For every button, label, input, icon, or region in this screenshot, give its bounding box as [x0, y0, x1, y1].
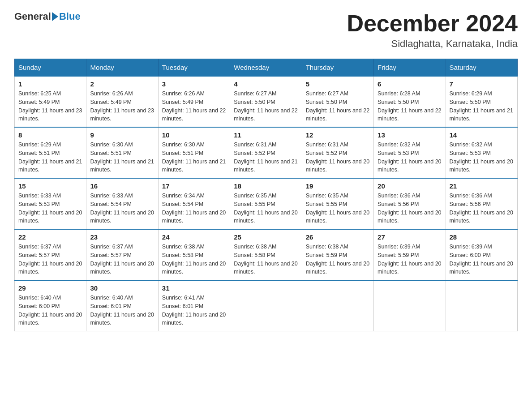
logo-arrow-icon [52, 12, 58, 21]
sunrise-label: Sunrise: 6:38 AM [234, 244, 276, 250]
day-number: 13 [378, 131, 442, 139]
day-info: Sunrise: 6:41 AM Sunset: 6:01 PM Dayligh… [162, 294, 226, 327]
day-number: 8 [18, 131, 82, 139]
sunset-label: Sunset: 5:53 PM [378, 150, 419, 156]
daylight-label: Daylight: 11 hours and 20 minutes. [18, 312, 82, 326]
sunrise-label: Sunrise: 6:26 AM [90, 90, 133, 97]
day-info: Sunrise: 6:29 AM Sunset: 5:50 PM Dayligh… [450, 90, 514, 123]
weekday-header-saturday: Saturday [446, 59, 517, 77]
sunrise-label: Sunrise: 6:27 AM [306, 90, 348, 97]
day-number: 3 [162, 80, 226, 88]
calendar-cell: 31 Sunrise: 6:41 AM Sunset: 6:01 PM Dayl… [158, 280, 230, 331]
day-number: 23 [90, 233, 154, 241]
sunrise-label: Sunrise: 6:36 AM [378, 193, 420, 199]
calendar-cell: 8 Sunrise: 6:29 AM Sunset: 5:51 PM Dayli… [15, 127, 86, 178]
day-info: Sunrise: 6:28 AM Sunset: 5:50 PM Dayligh… [378, 90, 442, 123]
sunset-label: Sunset: 5:55 PM [306, 201, 347, 207]
daylight-label: Daylight: 11 hours and 20 minutes. [234, 210, 297, 224]
day-info: Sunrise: 6:31 AM Sunset: 5:52 PM Dayligh… [234, 141, 298, 174]
calendar-cell [446, 280, 517, 331]
week-row-1: 1 Sunrise: 6:25 AM Sunset: 5:49 PM Dayli… [15, 76, 518, 127]
sunrise-label: Sunrise: 6:41 AM [162, 295, 205, 301]
sunset-label: Sunset: 5:51 PM [18, 150, 60, 156]
day-info: Sunrise: 6:39 AM Sunset: 5:59 PM Dayligh… [378, 243, 442, 276]
sunrise-label: Sunrise: 6:30 AM [162, 141, 205, 148]
sunrise-label: Sunrise: 6:32 AM [378, 141, 420, 148]
calendar-cell: 27 Sunrise: 6:39 AM Sunset: 5:59 PM Dayl… [374, 229, 446, 280]
sunrise-label: Sunrise: 6:32 AM [450, 141, 492, 148]
daylight-label: Daylight: 11 hours and 20 minutes. [18, 261, 82, 275]
sunrise-label: Sunrise: 6:31 AM [234, 141, 276, 148]
calendar-cell: 7 Sunrise: 6:29 AM Sunset: 5:50 PM Dayli… [446, 76, 517, 127]
sunrise-label: Sunrise: 6:38 AM [306, 244, 348, 250]
day-info: Sunrise: 6:38 AM Sunset: 5:59 PM Dayligh… [306, 243, 370, 276]
sunrise-label: Sunrise: 6:28 AM [378, 90, 420, 97]
calendar-cell: 13 Sunrise: 6:32 AM Sunset: 5:53 PM Dayl… [374, 127, 446, 178]
calendar-cell: 26 Sunrise: 6:38 AM Sunset: 5:59 PM Dayl… [302, 229, 373, 280]
calendar-cell: 29 Sunrise: 6:40 AM Sunset: 6:00 PM Dayl… [15, 280, 86, 331]
day-number: 9 [90, 131, 154, 139]
daylight-label: Daylight: 11 hours and 20 minutes. [234, 261, 297, 275]
sunrise-label: Sunrise: 6:37 AM [18, 244, 61, 250]
day-number: 16 [90, 182, 154, 190]
day-number: 27 [378, 233, 442, 241]
day-number: 7 [450, 80, 514, 88]
sunrise-label: Sunrise: 6:36 AM [450, 193, 492, 199]
day-number: 26 [306, 233, 370, 241]
day-number: 31 [162, 284, 226, 292]
daylight-label: Daylight: 11 hours and 20 minutes. [162, 210, 226, 224]
daylight-label: Daylight: 11 hours and 20 minutes. [306, 158, 369, 173]
sunset-label: Sunset: 5:54 PM [162, 201, 203, 207]
sunset-label: Sunset: 6:00 PM [450, 252, 491, 258]
calendar-cell: 5 Sunrise: 6:27 AM Sunset: 5:50 PM Dayli… [302, 76, 373, 127]
daylight-label: Daylight: 11 hours and 23 minutes. [90, 107, 154, 122]
sunrise-label: Sunrise: 6:35 AM [306, 193, 348, 199]
calendar-cell: 24 Sunrise: 6:38 AM Sunset: 5:58 PM Dayl… [158, 229, 230, 280]
daylight-label: Daylight: 11 hours and 20 minutes. [378, 210, 441, 224]
sunset-label: Sunset: 6:01 PM [90, 303, 131, 309]
day-number: 18 [234, 182, 298, 190]
daylight-label: Daylight: 11 hours and 20 minutes. [18, 210, 82, 224]
day-number: 12 [306, 131, 370, 139]
day-number: 17 [162, 182, 226, 190]
sunrise-label: Sunrise: 6:40 AM [18, 295, 61, 301]
calendar-cell: 30 Sunrise: 6:40 AM Sunset: 6:01 PM Dayl… [86, 280, 158, 331]
daylight-label: Daylight: 11 hours and 21 minutes. [18, 158, 82, 173]
day-info: Sunrise: 6:38 AM Sunset: 5:58 PM Dayligh… [162, 243, 226, 276]
day-info: Sunrise: 6:30 AM Sunset: 5:51 PM Dayligh… [90, 141, 154, 174]
day-number: 24 [162, 233, 226, 241]
sunset-label: Sunset: 5:51 PM [90, 150, 131, 156]
day-info: Sunrise: 6:32 AM Sunset: 5:53 PM Dayligh… [450, 141, 514, 174]
sunrise-label: Sunrise: 6:29 AM [18, 141, 61, 148]
calendar-cell: 17 Sunrise: 6:34 AM Sunset: 5:54 PM Dayl… [158, 178, 230, 229]
sunrise-label: Sunrise: 6:40 AM [90, 295, 133, 301]
day-number: 20 [378, 182, 442, 190]
day-number: 22 [18, 233, 82, 241]
day-number: 11 [234, 131, 298, 139]
daylight-label: Daylight: 11 hours and 20 minutes. [450, 210, 513, 224]
daylight-label: Daylight: 11 hours and 21 minutes. [450, 107, 513, 122]
sunset-label: Sunset: 5:51 PM [162, 150, 203, 156]
sunrise-label: Sunrise: 6:35 AM [234, 193, 276, 199]
sunrise-label: Sunrise: 6:33 AM [90, 193, 133, 199]
sunset-label: Sunset: 5:56 PM [378, 201, 419, 207]
calendar-cell: 16 Sunrise: 6:33 AM Sunset: 5:54 PM Dayl… [86, 178, 158, 229]
day-number: 29 [18, 284, 82, 292]
month-title: December 2024 [347, 11, 518, 36]
weekday-header-thursday: Thursday [302, 59, 373, 77]
calendar-cell: 23 Sunrise: 6:37 AM Sunset: 5:57 PM Dayl… [86, 229, 158, 280]
daylight-label: Daylight: 11 hours and 20 minutes. [162, 261, 226, 275]
sunset-label: Sunset: 5:49 PM [162, 99, 203, 105]
calendar-cell: 22 Sunrise: 6:37 AM Sunset: 5:57 PM Dayl… [15, 229, 86, 280]
day-info: Sunrise: 6:30 AM Sunset: 5:51 PM Dayligh… [162, 141, 226, 174]
daylight-label: Daylight: 11 hours and 20 minutes. [378, 158, 441, 173]
day-info: Sunrise: 6:36 AM Sunset: 5:56 PM Dayligh… [378, 192, 442, 225]
sunrise-label: Sunrise: 6:31 AM [306, 141, 348, 148]
day-number: 4 [234, 80, 298, 88]
weekday-header-sunday: Sunday [15, 59, 86, 77]
sunset-label: Sunset: 5:57 PM [90, 252, 131, 258]
calendar-cell: 3 Sunrise: 6:26 AM Sunset: 5:49 PM Dayli… [158, 76, 230, 127]
sunrise-label: Sunrise: 6:26 AM [162, 90, 205, 97]
daylight-label: Daylight: 11 hours and 22 minutes. [306, 107, 369, 122]
location-text: Sidlaghatta, Karnataka, India [347, 38, 518, 50]
